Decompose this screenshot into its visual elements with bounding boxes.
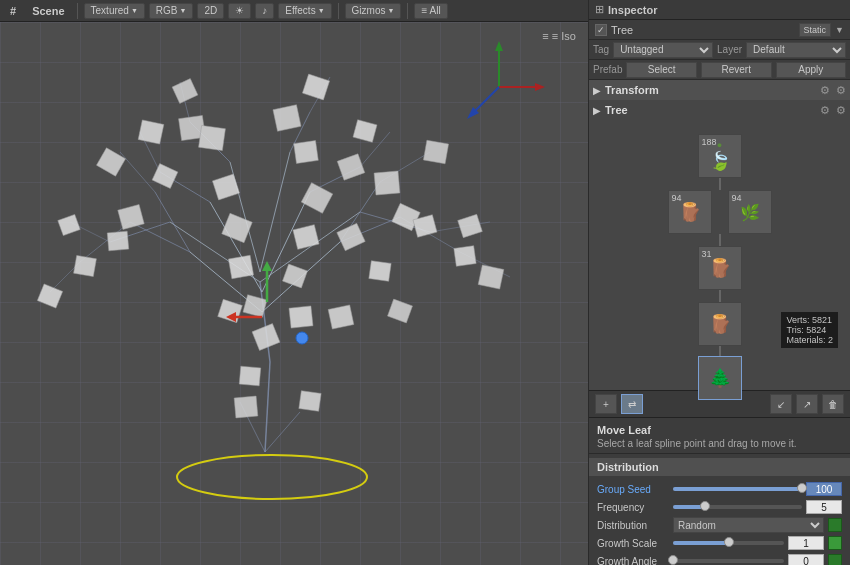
apply-btn[interactable]: Apply [776,62,847,78]
svg-line-1 [260,282,270,362]
transform-arrow[interactable]: ▶ [593,85,601,96]
tree-node-trunk[interactable]: 🪵 [698,302,742,346]
tag-layer-row: Tag Untagged Layer Default [589,40,850,60]
svg-rect-50 [273,105,301,132]
node-count-188: 188 [702,137,717,147]
node-count-94-right: 94 [732,193,742,203]
tag-select[interactable]: Untagged [613,42,713,58]
leaf-icon-right: 🌿 [740,203,760,222]
growth-angle-label: Growth Angle [597,556,669,566]
distribution-color-bar [828,518,842,532]
frequency-value[interactable]: 5 [806,500,842,514]
toolbar-divider-3 [407,3,408,19]
svg-rect-38 [58,214,80,235]
growth-scale-value[interactable]: 1 [788,536,824,550]
group-seed-value[interactable]: 100 [806,482,842,496]
prefab-label: Prefab [593,64,622,75]
leaf-icon: 🍃 [709,150,731,172]
object-row: Tree Static ▼ [589,20,850,40]
transform-header: ▶ Transform ⚙ ⚙ [589,80,850,100]
frequency-row: Frequency 5 [589,498,850,516]
svg-rect-55 [283,264,308,288]
group-seed-slider[interactable] [673,487,802,491]
color-mode-btn[interactable]: RGB ▼ [149,3,194,19]
svg-rect-66 [458,214,483,237]
select-btn[interactable]: Select [626,62,697,78]
materials-stat: Materials: 2 [786,335,833,345]
svg-line-9 [260,152,290,272]
svg-rect-44 [212,174,239,200]
distribution-select[interactable]: Random [673,517,824,533]
tree-node-base[interactable]: 🌲 [698,356,742,400]
tree-nodes-area: 188 ● 🍃 94 🪵 94 🌿 [589,120,850,390]
svg-rect-69 [218,299,243,322]
node-count-31: 31 [702,249,712,259]
tree-gear2-icon[interactable]: ⚙ [836,104,846,117]
gizmos-arrow: ▼ [387,7,394,14]
tree-node-branch-31[interactable]: 31 🪵 [698,246,742,290]
growth-scale-label: Growth Scale [597,538,669,549]
svg-rect-59 [353,120,377,143]
inspector-title: Inspector [608,4,658,16]
tree-node-top-leaves[interactable]: 188 ● 🍃 [698,134,742,178]
toolbar-divider-1 [77,3,78,19]
leaf-indicator: ● [717,140,722,150]
svg-rect-56 [289,306,313,328]
growth-scale-slider[interactable] [673,541,784,545]
distribution-header: Distribution [589,458,850,476]
frequency-slider[interactable] [673,505,802,509]
tree-node-leaves-right[interactable]: 94 🌿 [728,190,772,234]
svg-marker-84 [262,261,272,271]
svg-rect-48 [252,324,280,351]
svg-rect-73 [388,299,413,323]
growth-angle-value[interactable]: 0 [788,554,824,565]
growth-scale-row: Growth Scale 1 [589,534,850,552]
static-badge: Static [799,23,832,37]
svg-rect-51 [302,74,329,100]
scene-panel: # Scene Textured ▼ RGB ▼ 2D ☀ ♪ Effects … [0,0,588,565]
svg-point-80 [296,332,308,344]
distribution-type-row: Distribution Random [589,516,850,534]
transform-section: ▶ Transform ⚙ ⚙ [589,80,850,100]
svg-marker-75 [495,41,503,51]
group-seed-label: Group Seed [597,484,669,495]
tree-section-header: ▶ Tree ⚙ ⚙ [589,100,850,120]
transform-gear-icon[interactable]: ⚙ [820,84,830,97]
growth-angle-slider[interactable] [673,559,784,563]
growth-scale-color-bar [828,536,842,550]
layer-select[interactable]: Default [746,42,846,58]
view-mode-btn[interactable]: 2D [197,3,224,19]
static-dropdown-arrow[interactable]: ▼ [835,25,844,35]
effects-arrow: ▼ [318,7,325,14]
tree-node-branch-left[interactable]: 94 🪵 [668,190,712,234]
viewport-icon: ≡ [542,30,551,42]
trunk-icon: 🪵 [709,313,731,335]
svg-rect-35 [152,164,178,189]
transform-gear2-icon[interactable]: ⚙ [836,84,846,97]
svg-rect-37 [74,255,97,276]
move-leaf-title: Move Leaf [597,424,842,436]
prefab-row: Prefab Select Revert Apply [589,60,850,80]
svg-line-21 [265,412,300,452]
effects-btn[interactable]: Effects ▼ [278,3,331,19]
branch-icon-left: 🪵 [679,201,701,223]
svg-rect-71 [369,261,391,282]
gizmos-btn[interactable]: Gizmos ▼ [345,3,402,19]
distribution-label: Distribution [597,520,669,531]
scene-viewport[interactable]: ≡ ≡ Iso [0,22,588,565]
branch-icon-31: 🪵 [709,257,731,279]
scene-panel-label: Scene [26,5,70,17]
audio-btn[interactable]: ♪ [255,3,274,19]
svg-line-0 [265,362,270,452]
tree-gear-icon[interactable]: ⚙ [820,104,830,117]
revert-btn[interactable]: Revert [701,62,772,78]
object-active-checkbox[interactable] [595,24,607,36]
light-btn[interactable]: ☀ [228,3,251,19]
svg-rect-68 [234,396,258,418]
tree-component-title: Tree [605,104,628,116]
search-btn[interactable]: ≡ All [414,3,447,19]
layer-label: Layer [717,44,742,55]
toolbar-divider-2 [338,3,339,19]
display-mode-btn[interactable]: Textured ▼ [84,3,145,19]
tree-section-arrow[interactable]: ▶ [593,105,601,116]
